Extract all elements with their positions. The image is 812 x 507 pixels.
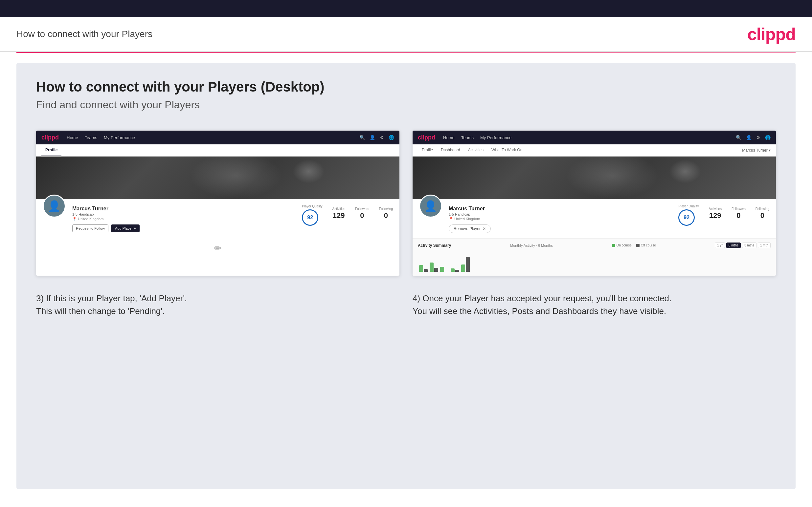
time-filters: 1 yr 6 mths 3 mths 1 mth [715, 242, 771, 248]
stat-followers-2: Followers 0 [731, 207, 746, 220]
nav-item-home-1: Home [67, 135, 78, 140]
hero-pattern-2 [413, 157, 776, 199]
nav-item-performance-2: My Performance [480, 135, 511, 140]
quality-circle-2: 92 [678, 209, 695, 226]
search-icon-2: 🔍 [736, 135, 742, 140]
legend-off-course: Off course [636, 243, 656, 247]
nav-item-home-2: Home [443, 135, 455, 140]
header-title: How to connect with your Players [16, 29, 152, 39]
avatar-icon-2: 👤 [424, 200, 437, 212]
bar-group-1 [419, 265, 428, 272]
screenshot2-nav: clippd Home Teams My Performance 🔍 👤 ⚙ 🌐 [413, 130, 776, 145]
screenshot1-nav-items: Home Teams My Performance [67, 135, 135, 140]
tab-profile-1[interactable]: Profile [41, 145, 61, 156]
nav-item-teams-2: Teams [461, 135, 474, 140]
page-title: How to connect with your Players (Deskto… [36, 79, 776, 95]
activity-header: Activity Summary Monthly Activity · 6 Mo… [418, 242, 771, 248]
step3-text: 3) If this is your Player tap, 'Add Play… [36, 292, 399, 318]
time-filter-6mths[interactable]: 6 mths [726, 242, 741, 248]
remove-player-button[interactable]: Remove Player ✕ [449, 224, 491, 233]
screenshot2-nav-icons: 🔍 👤 ⚙ 🌐 [736, 135, 771, 140]
stat-activities-2: Activities 129 [709, 207, 722, 220]
time-filter-1mth[interactable]: 1 mth [758, 242, 771, 248]
location-icon-2: 📍 [449, 217, 453, 221]
tab-activities-2[interactable]: Activities [464, 145, 488, 156]
description-step4: 4) Once your Player has accepted your re… [413, 292, 776, 318]
bar-on-1 [419, 265, 423, 272]
screenshot2-logo: clippd [418, 134, 435, 141]
screenshot1-stats: Activities 129 Followers 0 Following 0 [333, 205, 393, 220]
footer: Copyright Clippd 2022 [0, 499, 812, 507]
settings-icon-1: ⚙ [380, 135, 384, 140]
screenshot2-nav-items: Home Teams My Performance [443, 135, 511, 140]
quality-circle-1: 92 [302, 209, 318, 226]
globe-icon-1: 🌐 [389, 135, 394, 140]
bar-on-2 [429, 263, 434, 272]
screenshots-row: clippd Home Teams My Performance 🔍 👤 ⚙ 🌐… [36, 130, 776, 276]
stat-following-2: Following 0 [756, 207, 769, 220]
globe-icon-2: 🌐 [765, 135, 771, 140]
legend-dot-off [636, 244, 640, 247]
activity-title: Activity Summary [418, 243, 451, 248]
bar-group-3 [440, 267, 449, 272]
bar-off-4 [455, 270, 459, 272]
nav-item-teams-1: Teams [85, 135, 97, 140]
location-icon-1: 📍 [72, 217, 77, 221]
activity-summary: Activity Summary Monthly Activity · 6 Mo… [413, 238, 776, 276]
main-content: How to connect with your Players (Deskto… [16, 63, 796, 489]
top-bar [0, 0, 812, 17]
activity-legend: On course Off course [612, 243, 656, 247]
screenshot2-tabs: Profile Dashboard Activities What To Wor… [413, 145, 776, 157]
legend-on-course: On course [612, 243, 632, 247]
tab-dashboard-2[interactable]: Dashboard [437, 145, 464, 156]
screenshot1-location: 📍 United Kingdom [72, 217, 295, 221]
stat-following-1: Following 0 [379, 207, 393, 220]
time-filter-1yr[interactable]: 1 yr [715, 242, 725, 248]
description-step3: 3) If this is your Player tap, 'Add Play… [36, 292, 399, 318]
screenshot1-nav-icons: 🔍 👤 ⚙ 🌐 [359, 135, 394, 140]
screenshot1-hero [36, 157, 399, 199]
screenshot1-buttons: Request to Follow Add Player + [72, 224, 295, 232]
bar-group-2 [429, 263, 438, 272]
bar-group-5 [461, 257, 470, 272]
search-icon-1: 🔍 [359, 135, 365, 140]
user-icon-1: 👤 [369, 135, 375, 140]
screenshot-1: clippd Home Teams My Performance 🔍 👤 ⚙ 🌐… [36, 130, 399, 276]
bar-on-5 [461, 265, 465, 272]
activity-chart [418, 252, 771, 272]
pen-icon-1: ✏ [214, 243, 222, 253]
add-player-button[interactable]: Add Player + [111, 224, 140, 232]
nav-item-performance-1: My Performance [104, 135, 135, 140]
tab-profile-2[interactable]: Profile [418, 145, 437, 156]
time-filter-3mths[interactable]: 3 mths [742, 242, 757, 248]
avatar-icon-1: 👤 [48, 200, 61, 212]
screenshot2-buttons: Remove Player ✕ [449, 224, 672, 233]
screenshot1-pen-area: ✏ [36, 238, 399, 259]
copyright-text: Copyright Clippd 2022 [16, 506, 88, 507]
screenshot1-avatar: 👤 [43, 194, 66, 218]
bar-on-4 [451, 269, 455, 272]
screenshot2-location: 📍 United Kingdom [449, 217, 672, 221]
step4-text: 4) Once your Player has accepted your re… [413, 292, 776, 318]
activity-period: Monthly Activity · 6 Months [510, 243, 553, 247]
tab-what-to-work-on-2[interactable]: What To Work On [488, 145, 526, 156]
bar-off-2 [434, 268, 438, 272]
screenshot1-tabs: Profile [36, 145, 399, 157]
settings-icon-2: ⚙ [756, 135, 760, 140]
stat-activities-1: Activities 129 [333, 207, 345, 220]
bar-on-3 [440, 267, 444, 272]
user-icon-2: 👤 [746, 135, 752, 140]
hero-pattern-1 [36, 157, 399, 199]
request-follow-button[interactable]: Request to Follow [72, 224, 108, 232]
close-icon-remove: ✕ [483, 226, 486, 231]
tab-user-selector[interactable]: Marcus Turner ▾ [742, 148, 771, 153]
screenshot1-handicap: 1-5 Handicap [72, 212, 295, 216]
screenshot2-avatar: 👤 [419, 194, 442, 218]
screenshot1-player-name: Marcus Turner [72, 206, 295, 212]
screenshot2-handicap: 1-5 Handicap [449, 212, 672, 216]
stat-followers-1: Followers 0 [355, 207, 369, 220]
screenshot1-profile: 👤 Marcus Turner 1-5 Handicap 📍 United Ki… [36, 199, 399, 238]
screenshot1-profile-info: Marcus Turner 1-5 Handicap 📍 United King… [72, 206, 295, 232]
screenshot2-quality: Player Quality 92 [678, 205, 699, 226]
screenshot-2: clippd Home Teams My Performance 🔍 👤 ⚙ 🌐… [413, 130, 776, 276]
